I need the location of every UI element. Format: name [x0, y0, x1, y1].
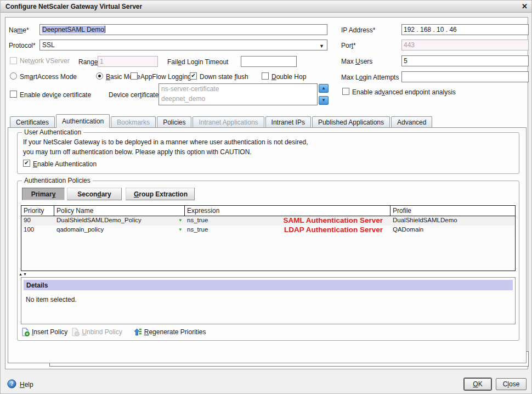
- enable-advanced-epa-label: Enable advanced endpoint analysis: [352, 88, 456, 96]
- list-item: deepnet_demo: [159, 94, 317, 104]
- ok-button[interactable]: OK: [464, 378, 491, 390]
- tab-authentication[interactable]: Authentication: [56, 114, 110, 128]
- appflow-logging-checkbox[interactable]: [131, 72, 138, 80]
- enable-device-certificate-checkbox[interactable]: [10, 91, 17, 98]
- regenerate-priorities-button[interactable]: Regenerate Priorities: [133, 328, 206, 336]
- chevron-down-icon: ▼: [319, 42, 324, 50]
- tab-bookmarks: Bookmarks: [111, 116, 156, 128]
- table-header: Priority Policy Name Expression Profile: [21, 206, 515, 216]
- device-certificate-ca-list[interactable]: ns-server-certificate deepnet_demo: [159, 83, 318, 105]
- dialog-body: Name* DeepnetSAML Demo IP Address* 192 .…: [5, 17, 528, 369]
- range-input: 1: [98, 56, 158, 67]
- max-users-label: Max Users: [341, 58, 372, 65]
- network-vserver-label: Network VServer: [20, 57, 70, 65]
- user-auth-text-line1: If your NetScaler Gateway is to be deplo…: [23, 138, 308, 146]
- group-legend: User Authentication: [22, 128, 83, 136]
- name-label: Name*: [9, 26, 29, 34]
- scroll-up-button[interactable]: ▲: [319, 84, 329, 93]
- sort-arrow-icon: [133, 328, 142, 336]
- help-button[interactable]: ? Help: [7, 379, 33, 390]
- down-state-flush-checkbox[interactable]: ✔: [190, 72, 197, 80]
- arrow-up-icon: ▲: [321, 86, 326, 91]
- appflow-logging-label: AppFlow Logging: [140, 73, 191, 81]
- arrow-down-icon: ▼: [321, 98, 326, 103]
- protocol-label: Protocol*: [9, 42, 36, 49]
- name-input[interactable]: DeepnetSAML Demo: [39, 24, 327, 35]
- ip-address-input[interactable]: 192 . 168 . 10 . 46: [401, 24, 529, 35]
- policy-expand-icon[interactable]: ▾: [179, 217, 182, 223]
- list-item: ns-server-certificate: [159, 84, 317, 94]
- check-icon: ✔: [191, 72, 195, 78]
- close-icon[interactable]: ✕: [522, 3, 528, 10]
- port-label: Port*: [341, 42, 356, 49]
- footer-bar: ? Help OK Close: [1, 369, 532, 394]
- document-add-icon: [21, 328, 30, 336]
- column-header-expression[interactable]: Expression: [185, 206, 390, 216]
- details-panel: Details No item selected.: [21, 277, 516, 324]
- help-icon: ?: [7, 379, 16, 390]
- details-header: Details: [24, 280, 513, 290]
- column-header-priority[interactable]: Priority: [21, 206, 54, 216]
- column-header-policy-name[interactable]: Policy Name: [54, 206, 185, 216]
- splitter-handle-icon[interactable]: ▲▼: [19, 272, 27, 276]
- down-state-flush-label: Down state flush: [200, 73, 248, 81]
- tab-policies[interactable]: Policies: [157, 116, 191, 128]
- enable-advanced-epa-checkbox[interactable]: [342, 88, 349, 95]
- double-hop-label: Double Hop: [271, 73, 306, 81]
- tab-intranet-ips[interactable]: Intranet IPs: [265, 116, 311, 128]
- user-auth-text-line2: you may turn off authentication below. P…: [23, 148, 252, 156]
- tab-bar: Certificates Authentication Bookmarks Po…: [10, 114, 433, 128]
- group-extraction-button[interactable]: Group Extraction: [126, 188, 195, 200]
- basic-mode-radio[interactable]: [96, 72, 103, 80]
- unbind-policy-button: Unbind Policy: [71, 328, 122, 336]
- policy-table: Priority Policy Name Expression Profile …: [21, 205, 516, 271]
- tab-certificates[interactable]: Certificates: [10, 116, 55, 128]
- svg-text:?: ?: [10, 381, 13, 387]
- smartaccess-mode-radio[interactable]: [10, 72, 17, 80]
- tab-advanced[interactable]: Advanced: [391, 116, 432, 128]
- policy-expand-icon[interactable]: ▾: [179, 227, 182, 232]
- port-input: 443: [401, 40, 529, 50]
- authentication-policies-group: Authentication Policies Primary Secondar…: [17, 181, 519, 341]
- network-vserver-checkbox: [10, 57, 17, 64]
- scroll-down-button[interactable]: ▼: [319, 96, 329, 105]
- close-button[interactable]: Close: [496, 378, 527, 390]
- group-legend: Authentication Policies: [22, 177, 93, 184]
- failed-login-timeout-label: Failed Login Timeout: [167, 58, 228, 66]
- tab-intranet-applications: Intranet Applications: [193, 116, 264, 128]
- policy-toolbar: Insert Policy Unbind Policy Regenerate P…: [21, 328, 206, 336]
- double-hop-checkbox[interactable]: [262, 72, 269, 80]
- max-login-attempts-input[interactable]: [401, 71, 529, 82]
- user-authentication-group: User Authentication If your NetScaler Ga…: [17, 132, 519, 174]
- max-users-input[interactable]: 5: [401, 55, 529, 66]
- authentication-tab-panel: User Authentication If your NetScaler Ga…: [8, 127, 527, 363]
- primary-button[interactable]: Primary: [22, 188, 65, 200]
- document-remove-icon: [71, 328, 80, 336]
- insert-policy-button[interactable]: Insert Policy: [21, 328, 67, 336]
- annotation-saml: SAML Authentication Server: [283, 216, 383, 224]
- secondary-button[interactable]: Secondary: [67, 188, 122, 200]
- title-bar: Configure NetScaler Gateway Virtual Serv…: [1, 1, 532, 13]
- enable-authentication-checkbox[interactable]: ✔: [23, 160, 30, 167]
- table-row[interactable]: 90 DualShieldSAMLDemo_Policy▾ ns_trueSAM…: [21, 216, 515, 226]
- protocol-select[interactable]: SSL ▼: [39, 40, 327, 50]
- ip-address-label: IP Address*: [341, 26, 375, 34]
- column-header-profile[interactable]: Profile: [390, 206, 515, 216]
- annotation-ldap: LDAP Authentication Server: [284, 226, 383, 234]
- smartaccess-mode-label: SmartAccess Mode: [20, 73, 77, 81]
- enable-authentication-label: Enable Authentication: [33, 160, 97, 168]
- failed-login-timeout-input[interactable]: [241, 56, 297, 67]
- enable-device-certificate-label: Enable device certificate: [20, 91, 91, 99]
- check-icon: ✔: [24, 160, 29, 166]
- details-body: No item selected.: [26, 296, 77, 303]
- selected-text: DeepnetSAML Demo: [42, 26, 105, 33]
- range-label: Range: [78, 58, 98, 66]
- max-login-attempts-label: Max Login Attempts: [341, 74, 399, 81]
- window-title: Configure NetScaler Gateway Virtual Serv…: [5, 3, 142, 10]
- text-caret: [105, 26, 105, 33]
- table-row[interactable]: 100 qadomain_policy▾ ns_trueLDAP Authent…: [21, 226, 515, 235]
- tab-published-applications[interactable]: Published Applications: [312, 116, 390, 128]
